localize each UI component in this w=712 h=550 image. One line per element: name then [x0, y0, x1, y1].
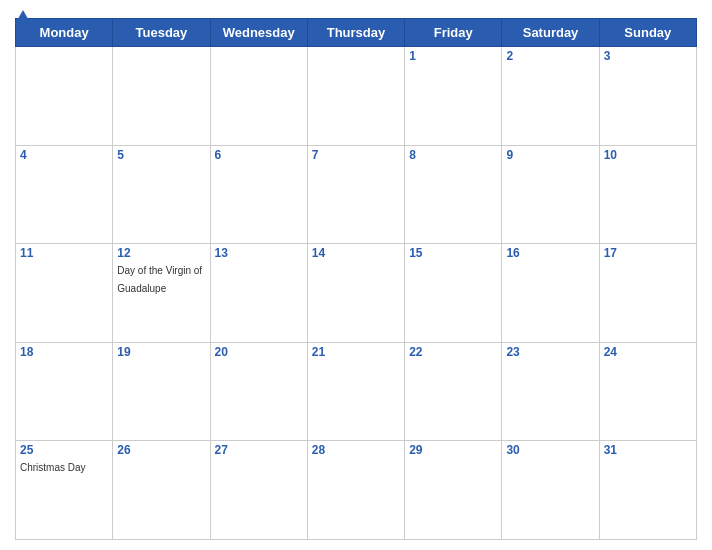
calendar-week-row: 1112Day of the Virgin of Guadalupe131415… [16, 244, 697, 343]
calendar-cell: 11 [16, 244, 113, 343]
day-number: 6 [215, 148, 303, 162]
day-number: 9 [506, 148, 594, 162]
day-number: 25 [20, 443, 108, 457]
calendar-cell [16, 47, 113, 146]
weekday-header-row: MondayTuesdayWednesdayThursdayFridaySatu… [16, 19, 697, 47]
calendar-week-row: 45678910 [16, 145, 697, 244]
calendar-cell: 27 [210, 441, 307, 540]
day-number: 5 [117, 148, 205, 162]
calendar-cell: 8 [405, 145, 502, 244]
day-number: 30 [506, 443, 594, 457]
calendar-cell: 10 [599, 145, 696, 244]
calendar-cell: 28 [307, 441, 404, 540]
weekday-header-tuesday: Tuesday [113, 19, 210, 47]
calendar-cell: 26 [113, 441, 210, 540]
calendar-cell [210, 47, 307, 146]
calendar-cell: 14 [307, 244, 404, 343]
day-number: 27 [215, 443, 303, 457]
weekday-header-saturday: Saturday [502, 19, 599, 47]
calendar-week-row: 25Christmas Day262728293031 [16, 441, 697, 540]
calendar-cell: 20 [210, 342, 307, 441]
day-number: 28 [312, 443, 400, 457]
calendar-cell: 3 [599, 47, 696, 146]
calendar-cell: 7 [307, 145, 404, 244]
day-number: 17 [604, 246, 692, 260]
day-number: 16 [506, 246, 594, 260]
calendar-cell: 1 [405, 47, 502, 146]
calendar-cell: 23 [502, 342, 599, 441]
calendar-cell: 9 [502, 145, 599, 244]
day-number: 18 [20, 345, 108, 359]
generalblue-logo [15, 10, 33, 24]
day-number: 26 [117, 443, 205, 457]
logo-blue-text [15, 10, 33, 24]
day-number: 15 [409, 246, 497, 260]
day-number: 13 [215, 246, 303, 260]
calendar-cell: 25Christmas Day [16, 441, 113, 540]
day-number: 21 [312, 345, 400, 359]
day-number: 11 [20, 246, 108, 260]
day-number: 22 [409, 345, 497, 359]
day-number: 24 [604, 345, 692, 359]
calendar-cell: 15 [405, 244, 502, 343]
day-number: 7 [312, 148, 400, 162]
calendar-cell: 31 [599, 441, 696, 540]
weekday-header-friday: Friday [405, 19, 502, 47]
calendar-cell: 18 [16, 342, 113, 441]
calendar-cell: 5 [113, 145, 210, 244]
calendar-cell: 17 [599, 244, 696, 343]
weekday-header-wednesday: Wednesday [210, 19, 307, 47]
weekday-header-thursday: Thursday [307, 19, 404, 47]
weekday-header-sunday: Sunday [599, 19, 696, 47]
calendar-cell: 12Day of the Virgin of Guadalupe [113, 244, 210, 343]
calendar-cell: 24 [599, 342, 696, 441]
day-number: 29 [409, 443, 497, 457]
day-number: 12 [117, 246, 205, 260]
holiday-text: Christmas Day [20, 462, 86, 473]
holiday-text: Day of the Virgin of Guadalupe [117, 265, 202, 294]
calendar-cell [113, 47, 210, 146]
calendar-body: 123456789101112Day of the Virgin of Guad… [16, 47, 697, 540]
day-number: 4 [20, 148, 108, 162]
calendar-week-row: 18192021222324 [16, 342, 697, 441]
calendar-cell: 21 [307, 342, 404, 441]
calendar-cell: 19 [113, 342, 210, 441]
calendar-cell: 6 [210, 145, 307, 244]
calendar-cell: 30 [502, 441, 599, 540]
calendar-cell: 13 [210, 244, 307, 343]
calendar-table: MondayTuesdayWednesdayThursdayFridaySatu… [15, 18, 697, 540]
day-number: 20 [215, 345, 303, 359]
day-number: 14 [312, 246, 400, 260]
calendar-cell: 16 [502, 244, 599, 343]
calendar-page: MondayTuesdayWednesdayThursdayFridaySatu… [0, 0, 712, 550]
day-number: 10 [604, 148, 692, 162]
day-number: 8 [409, 148, 497, 162]
day-number: 19 [117, 345, 205, 359]
day-number: 2 [506, 49, 594, 63]
calendar-header-row: MondayTuesdayWednesdayThursdayFridaySatu… [16, 19, 697, 47]
calendar-cell [307, 47, 404, 146]
calendar-cell: 4 [16, 145, 113, 244]
day-number: 3 [604, 49, 692, 63]
calendar-cell: 29 [405, 441, 502, 540]
day-number: 23 [506, 345, 594, 359]
calendar-cell: 2 [502, 47, 599, 146]
calendar-cell: 22 [405, 342, 502, 441]
day-number: 31 [604, 443, 692, 457]
calendar-week-row: 123 [16, 47, 697, 146]
day-number: 1 [409, 49, 497, 63]
logo-triangle-icon [15, 10, 31, 24]
